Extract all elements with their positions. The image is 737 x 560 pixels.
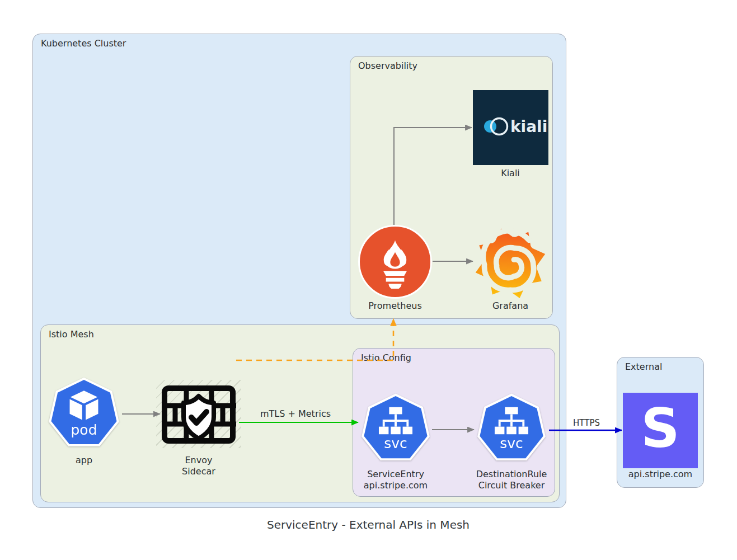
istio-mesh-label: Istio Mesh (49, 329, 94, 340)
pod-badge: pod (71, 423, 97, 437)
grafana-spiral-icon (473, 224, 548, 302)
kubernetes-cluster-label: Kubernetes Cluster (41, 38, 126, 49)
destination-rule-label-line1: DestinationRule (476, 469, 547, 480)
node-stripe: S (623, 393, 698, 468)
external-label: External (625, 361, 662, 372)
service-entry-svc-badge: svc (384, 436, 407, 450)
kubernetes-service-icon (494, 407, 529, 435)
firewall-shield-check-icon (161, 385, 236, 444)
node-service-entry: svc (359, 392, 432, 465)
node-prometheus (358, 225, 432, 299)
destination-rule-label-line2: Circuit Breaker (478, 480, 545, 491)
stripe-node-label: api.stripe.com (628, 469, 692, 480)
prometheus-torch-icon (368, 235, 422, 289)
grafana-node-label: Grafana (492, 300, 528, 312)
node-kiali: kiali (473, 90, 548, 165)
edge-label-mtls-metrics: mTLS + Metrics (260, 408, 331, 419)
kiali-wordmark: kiali (510, 117, 547, 136)
observability-label: Observability (358, 60, 417, 71)
kubernetes-service-icon (378, 407, 413, 435)
envoy-node-label-line2: Sidecar (182, 466, 215, 477)
istio-config-label: Istio Config (361, 352, 411, 363)
node-destination-rule: svc (475, 392, 548, 465)
kiali-circles-icon: kiali (473, 90, 548, 165)
stripe-logo-icon: S (641, 401, 679, 461)
prometheus-node-label: Prometheus (368, 300, 422, 312)
destination-rule-svc-badge: svc (500, 436, 523, 450)
app-node-label: app (76, 455, 92, 466)
diagram-caption: ServiceEntry - External APIs in Mesh (267, 518, 470, 531)
kiali-node-label: Kiali (501, 168, 520, 179)
kubernetes-pod-cube-icon (66, 390, 102, 421)
service-entry-label-line2: api.stripe.com (364, 480, 428, 491)
node-app-pod: pod (46, 376, 121, 451)
envoy-node-label-line1: Envoy (185, 455, 213, 466)
diagram-canvas: Kubernetes Cluster Observability Istio M… (0, 0, 737, 560)
service-entry-label-line1: ServiceEntry (367, 469, 424, 480)
edge-label-https: HTTPS (573, 418, 600, 428)
